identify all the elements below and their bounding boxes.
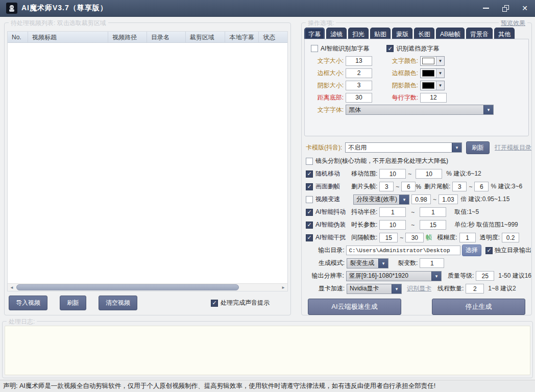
gpu-dropdown[interactable]: Nvidia显卡 ▾ [347, 284, 402, 294]
disguise-min-input[interactable] [379, 220, 406, 230]
col-path[interactable]: 视频路径 [108, 32, 147, 42]
ai-shake-checkbox[interactable]: ✓ [306, 209, 313, 216]
close-icon: ✕ [522, 4, 528, 12]
shadow-size-input[interactable] [346, 81, 372, 90]
horizontal-scrollbar[interactable]: ◄ ► [8, 283, 287, 291]
font-family-value: 黑体 [346, 106, 483, 114]
resolution-dropdown[interactable]: 竖屏[9:16]-1080*1920 ▾ [346, 271, 442, 281]
font-size-label: 文字大小: [310, 57, 344, 65]
thread-count-input[interactable] [466, 284, 484, 293]
interval-frames-label: 间隔帧数: [351, 233, 377, 242]
mask-original-subtitle-checkbox[interactable]: ✓ [386, 45, 394, 52]
shake-max-input[interactable] [420, 207, 446, 217]
scrollbar-thumb[interactable] [16, 284, 239, 290]
border-color-dropdown[interactable]: ▼ [420, 68, 445, 78]
shake-hint: 取值:1~5 [454, 208, 479, 216]
log-output-area[interactable] [5, 326, 530, 375]
log-group: 处理日志: [2, 321, 533, 378]
fission-count-input[interactable] [420, 258, 444, 268]
tilde-separator: ~ [433, 196, 436, 203]
frame-delete-checkbox[interactable]: ✓ [306, 183, 313, 190]
border-size-input[interactable] [346, 68, 372, 78]
bottom-distance-input[interactable] [346, 93, 372, 103]
generate-mode-label: 生成模式: [306, 259, 345, 267]
generate-mode-dropdown[interactable]: 裂变生成 ▾ [347, 258, 388, 268]
resolution-label: 输出分辨率: [306, 272, 344, 280]
shake-min-input[interactable] [379, 207, 406, 217]
cloud-generate-button[interactable]: AI云端极速生成 [308, 299, 401, 315]
choose-dir-button[interactable]: 选择 [462, 244, 481, 256]
minimize-button[interactable] [482, 4, 490, 12]
move-min-input[interactable] [379, 169, 406, 179]
shadow-color-label: 阴影颜色: [384, 81, 418, 90]
interfere-max-input[interactable] [405, 233, 424, 242]
options-group: 操作选项: 预览效果 字幕 滤镜 扫光 贴图 蒙版 长图 AB融帧 背景音 其他… [301, 22, 532, 315]
disguise-hint: 单位:秒 取值范围1~999 [454, 220, 518, 229]
ai-disguise-checkbox[interactable]: ✓ [306, 222, 313, 229]
col-dir[interactable]: 目录名 [147, 32, 186, 42]
font-size-input[interactable] [346, 56, 372, 66]
duration-param-label: 时长参数: [351, 220, 377, 229]
tilde-separator: ~ [469, 183, 472, 190]
delete-tail-max-input[interactable] [474, 182, 489, 191]
font-color-arrow-icon[interactable]: ▼ [436, 57, 444, 65]
scroll-left-icon[interactable]: ◄ [8, 284, 16, 291]
sound-alert-checkbox[interactable]: ✓ [211, 300, 218, 307]
col-status[interactable]: 状态 [259, 32, 287, 42]
preview-effect-link[interactable]: 预览效果 [499, 19, 527, 28]
blur-input[interactable] [459, 233, 476, 242]
tilde-separator: ~ [411, 222, 415, 229]
frame-delete-label: 画面删帧 [315, 182, 351, 191]
gpu-arrow-icon: ▾ [392, 284, 401, 293]
move-range-label: 移动范围: [351, 169, 377, 178]
clear-video-button[interactable]: 清空视频 [99, 296, 137, 310]
quality-hint: 1-50 建议16 [498, 272, 531, 280]
open-template-dir-link[interactable]: 打开模板目录 [495, 143, 531, 152]
ai-add-subtitle-checkbox[interactable] [311, 45, 318, 52]
restore-icon [502, 5, 509, 12]
restore-button[interactable] [501, 4, 509, 12]
ai-shake-label: AI智能抖动 [315, 208, 351, 216]
independent-dir-checkbox[interactable]: ✓ [485, 247, 493, 254]
speed-mode-dropdown[interactable]: 分段变速(效率) ▾ [353, 194, 409, 205]
detect-gpu-link[interactable]: 识别显卡 [407, 284, 431, 293]
stop-generate-button[interactable]: 停止生成 [432, 299, 525, 315]
col-title[interactable]: 视频标题 [28, 32, 108, 42]
shadow-color-arrow-icon[interactable]: ▼ [436, 81, 444, 90]
chars-per-line-input[interactable] [420, 93, 447, 103]
bottom-distance-label: 距离底部: [310, 93, 344, 102]
font-color-dropdown[interactable]: ▼ [420, 56, 445, 66]
scroll-right-icon[interactable]: ► [279, 284, 287, 291]
template-refresh-button[interactable]: 刷新 [466, 141, 490, 154]
video-table-body[interactable] [8, 43, 287, 283]
refresh-list-button[interactable]: 刷新 [60, 296, 86, 310]
quality-input[interactable] [476, 271, 494, 281]
col-crop[interactable]: 裁剪区域 [186, 32, 226, 42]
tilde-separator: ~ [400, 234, 403, 241]
disguise-max-input[interactable] [420, 220, 446, 230]
template-dropdown[interactable]: 不启用 ▾ [345, 142, 462, 153]
delete-tail-min-input[interactable] [452, 182, 467, 191]
independent-dir-label: 独立目录输出 [495, 246, 531, 255]
move-max-input[interactable] [416, 169, 442, 179]
interfere-min-input[interactable] [379, 233, 398, 242]
opacity-input[interactable] [502, 233, 519, 242]
col-subtitle[interactable]: 本地字幕 [225, 32, 259, 42]
output-dir-input[interactable] [346, 246, 460, 255]
shadow-color-dropdown[interactable]: ▼ [420, 81, 445, 90]
speed-change-checkbox[interactable] [306, 196, 313, 203]
speed-min-input[interactable] [411, 194, 431, 204]
speed-hint: 倍 建议:0.95~1.15 [460, 195, 509, 204]
random-move-checkbox[interactable]: ✓ [306, 170, 313, 178]
lens-split-checkbox[interactable] [306, 158, 313, 165]
speed-max-input[interactable] [439, 194, 458, 204]
ai-interfere-checkbox[interactable]: ✓ [306, 234, 313, 241]
import-video-button[interactable]: 导入视频 [9, 296, 47, 310]
close-button[interactable]: ✕ [521, 4, 529, 12]
font-family-dropdown[interactable]: 黑体 ▾ [346, 105, 494, 115]
border-color-arrow-icon[interactable]: ▼ [436, 69, 444, 78]
col-no[interactable]: No. [8, 32, 28, 42]
delete-head-max-input[interactable] [401, 182, 416, 191]
video-list-group-title: 待处理视频列表: 双击选取裁剪区域 [9, 19, 108, 28]
delete-head-min-input[interactable] [379, 182, 394, 191]
